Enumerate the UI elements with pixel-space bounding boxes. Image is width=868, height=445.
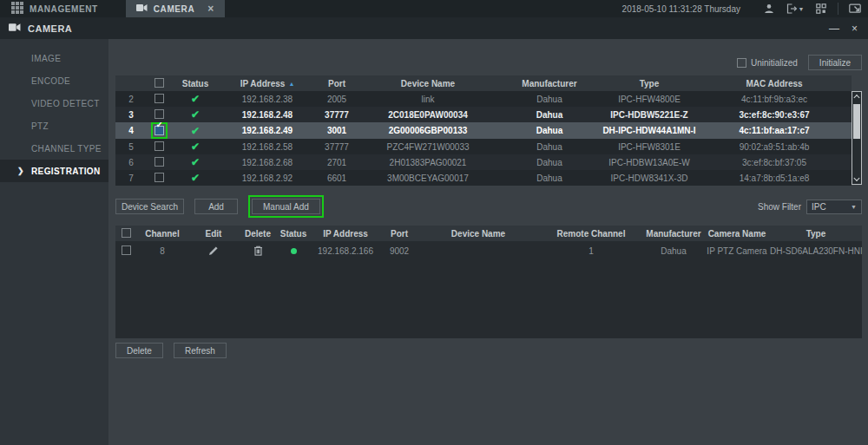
row-checkbox[interactable] <box>155 109 164 119</box>
tab-close-icon[interactable]: × <box>207 3 214 14</box>
manufacturer-cell: Dahua <box>497 122 602 139</box>
manufacturer-cell: Dahua <box>497 170 602 186</box>
ip-cell: 192.168.2.49 <box>220 122 315 139</box>
sort-ascending-icon: ▲ <box>288 81 294 87</box>
trash-icon <box>253 245 263 256</box>
initialize-button[interactable]: Initialize <box>808 55 862 70</box>
ip-cell: 192.168.2.92 <box>220 170 315 186</box>
mac-cell: 4c:11:bf:aa:17:c7 <box>697 122 852 139</box>
delete-button[interactable] <box>239 241 277 260</box>
ip-cell: 192.168.2.58 <box>220 139 315 154</box>
uninitialized-checkbox[interactable] <box>737 58 746 68</box>
table-row[interactable]: 3 ✔ 192.168.2.48 37777 2C018E0PAW00034 D… <box>115 107 852 122</box>
device-search-button[interactable]: Device Search <box>115 199 184 214</box>
delete-button[interactable]: Delete <box>115 343 163 358</box>
table-header-row: Status IP Address▲ Port Device Name Manu… <box>115 75 852 91</box>
window-title-bar: CAMERA — × <box>0 17 868 39</box>
sidebar-item-label: PTZ <box>31 121 49 131</box>
select-all-checkbox[interactable] <box>155 78 164 88</box>
manufacturer-cell: Dahua <box>497 154 602 170</box>
sidebar-item-label: CHANNEL TYPE <box>31 144 102 154</box>
show-filter-dropdown[interactable]: IPC ▼ <box>806 200 862 214</box>
uninitialized-checkbox-row[interactable]: Uninitialized <box>737 58 798 68</box>
user-icon[interactable] <box>756 0 782 17</box>
manual-add-button[interactable]: Manual Add <box>252 199 320 214</box>
select-all-checkbox[interactable] <box>122 228 131 238</box>
display-output-icon[interactable] <box>842 0 868 17</box>
sidebar-item-ptz[interactable]: PTZ <box>0 115 108 137</box>
device-name-cell: 3M00BCEYAG00017 <box>358 170 497 186</box>
row-checkbox[interactable] <box>155 157 164 167</box>
status-ok-icon: ✔ <box>191 125 200 137</box>
sidebar-item-registration[interactable]: ❯ REGISTRATION <box>0 160 108 182</box>
sidebar-item-image[interactable]: IMAGE <box>0 47 108 69</box>
sidebar-item-channel-type[interactable]: CHANNEL TYPE <box>0 137 108 160</box>
device-name-cell: 2C018E0PAW00034 <box>358 107 497 122</box>
row-checkbox[interactable] <box>155 173 164 182</box>
status-header[interactable]: Status <box>277 226 310 241</box>
status-ok-icon: ✔ <box>191 141 200 153</box>
sidebar-item-video-detect[interactable]: VIDEO DETECT <box>0 92 108 115</box>
table-row[interactable]: 6 ✔ 192.168.2.68 2701 2H01383PAG00021 Da… <box>115 154 852 170</box>
port-header[interactable]: Port <box>315 75 358 91</box>
table-row[interactable]: 5 ✔ 192.168.2.58 37777 PZC4FW271W00033 D… <box>115 139 852 154</box>
row-checkbox[interactable] <box>155 94 164 103</box>
table-row[interactable]: 8 192.168.2.166 9002 1 Dahua IP PTZ Came… <box>115 241 862 260</box>
camera-name-header[interactable]: Camera Name <box>704 226 770 241</box>
type-cell: IPC-HFW4800E <box>602 91 697 107</box>
port-header[interactable]: Port <box>381 226 418 241</box>
remote-channel-header[interactable]: Remote Channel <box>539 226 643 241</box>
scroll-down-icon[interactable] <box>853 175 859 181</box>
logout-icon[interactable]: ▼ <box>782 0 808 17</box>
status-ok-icon: ✔ <box>191 108 200 121</box>
type-header[interactable]: Type <box>770 226 862 241</box>
port-cell: 9002 <box>381 241 418 260</box>
vertical-scrollbar[interactable] <box>852 91 862 185</box>
delete-header[interactable]: Delete <box>239 226 277 241</box>
device-name-header[interactable]: Device Name <box>358 75 497 91</box>
ip-cell: 192.168.2.48 <box>220 107 315 122</box>
table-header-row: Channel Edit Delete Status IP Address Po… <box>115 226 862 241</box>
port-cell: 3001 <box>315 122 358 139</box>
ip-address-header[interactable]: IP Address <box>310 226 381 241</box>
tab-management[interactable]: MANAGEMENT <box>0 0 108 17</box>
sidebar-item-label: IMAGE <box>31 54 61 63</box>
table-row-selected[interactable]: 4 ✔ 192.168.2.49 3001 2G00006GBP00133 Da… <box>115 122 852 139</box>
row-checkbox[interactable] <box>155 141 164 151</box>
row-checkbox[interactable] <box>122 245 131 255</box>
tab-camera[interactable]: CAMERA × <box>126 0 225 17</box>
add-button[interactable]: Add <box>194 199 238 214</box>
sidebar-item-label: REGISTRATION <box>31 167 101 176</box>
device-name-header[interactable]: Device Name <box>418 226 539 241</box>
scrollbar-thumb[interactable] <box>853 104 860 139</box>
toolbar-divider <box>838 3 838 15</box>
edit-button[interactable] <box>188 241 239 260</box>
ip-address-header[interactable]: IP Address▲ <box>220 75 315 91</box>
table-row[interactable]: 2 ✔ 192.168.2.38 2005 link Dahua IPC-HFW… <box>115 91 852 107</box>
manufacturer-header[interactable]: Manufacturer <box>497 75 602 91</box>
manufacturer-header[interactable]: Manufacturer <box>643 226 704 241</box>
sidebar-item-encode[interactable]: ENCODE <box>0 69 108 92</box>
mac-address-header[interactable]: MAC Address <box>697 75 852 91</box>
port-cell: 2005 <box>315 91 358 107</box>
status-header[interactable]: Status <box>171 75 220 91</box>
edit-header[interactable]: Edit <box>188 226 239 241</box>
close-window-button[interactable]: × <box>852 23 858 35</box>
channel-cell: 8 <box>136 241 188 260</box>
device-name-cell: 2G00006GBP00133 <box>358 122 497 139</box>
row-checkbox-checked[interactable] <box>155 126 164 135</box>
row-number: 4 <box>115 122 147 139</box>
status-ok-icon: ✔ <box>191 172 200 184</box>
mac-cell: 3c:ef:8c:90:e3:67 <box>697 107 852 122</box>
channel-header[interactable]: Channel <box>136 226 188 241</box>
sidebar: IMAGE ENCODE VIDEO DETECT PTZ CHANNEL TY… <box>0 39 108 445</box>
annotation-highlight-box <box>151 122 168 139</box>
scroll-up-icon[interactable] <box>853 95 859 101</box>
type-header[interactable]: Type <box>602 75 697 91</box>
filter-value: IPC <box>812 202 826 212</box>
table-row[interactable]: 7 ✔ 192.168.2.92 6601 3M00BCEYAG00017 Da… <box>115 170 852 186</box>
port-cell: 37777 <box>315 107 358 122</box>
refresh-button[interactable]: Refresh <box>174 343 227 358</box>
minimize-button[interactable]: — <box>829 23 839 35</box>
qr-code-icon[interactable] <box>808 0 834 17</box>
